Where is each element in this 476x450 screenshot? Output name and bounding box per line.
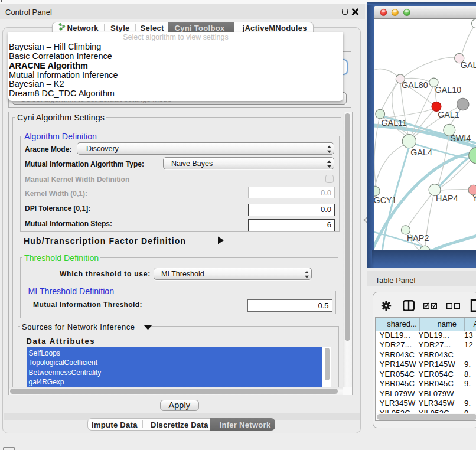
svg-text:SWI4: SWI4 [450,133,471,143]
svg-text:GAL10: GAL10 [435,85,462,94]
svg-text:GAL: GAL [461,60,476,70]
svg-text:GAL1: GAL1 [438,110,459,119]
svg-text:GAL80: GAL80 [402,80,428,90]
svg-text:GCY1: GCY1 [374,195,397,205]
svg-text:HAP2: HAP2 [407,233,429,243]
svg-text:GAL11: GAL11 [382,118,407,128]
svg-text:Y: Y [472,193,476,203]
svg-text:HAP4: HAP4 [436,194,458,203]
svg-text:GAL4: GAL4 [410,148,432,157]
